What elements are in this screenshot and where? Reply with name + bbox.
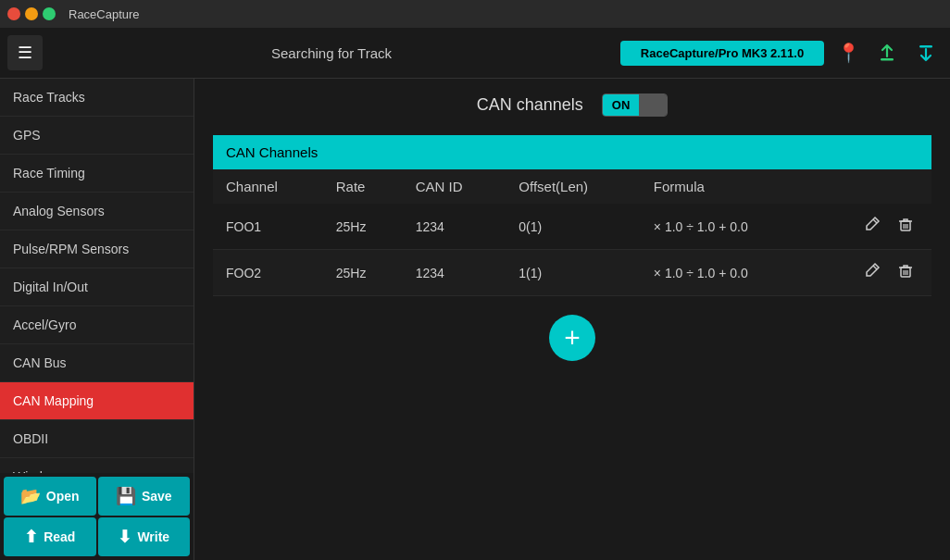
cell-canid: 1234 [403,204,506,250]
svg-rect-1 [919,45,932,48]
sidebar-nav: Race TracksGPSRace TimingAnalog SensorsP… [0,79,194,473]
table-body: FOO1 25Hz 1234 0(1) × 1.0 ÷ 1.0 + 0.0 [213,204,931,296]
download-icon [916,43,936,63]
hamburger-button[interactable]: ☰ [7,35,43,70]
can-channels-header: CAN channels ON [213,93,931,117]
edit-icon [863,261,881,280]
sidebar-item-race-timing[interactable]: Race Timing [0,155,194,193]
plus-icon: + [564,324,581,352]
sidebar-item-obdii[interactable]: OBDII [0,420,194,458]
cell-rate: 25Hz [323,204,403,250]
title-bar: RaceCapture [0,0,950,28]
add-button-container: + [213,315,931,361]
minimize-button[interactable] [25,7,38,20]
close-button[interactable] [7,7,20,20]
can-channels-title: CAN channels [477,95,583,115]
col-formula: Formula [641,169,811,204]
col-rate: Rate [323,169,403,204]
cell-canid: 1234 [403,250,506,296]
edit-icon [863,215,881,233]
cell-offset: 0(1) [506,204,641,250]
app-title: RaceCapture [69,7,140,21]
write-icon: ⬇ [118,527,131,547]
toggle-switch[interactable]: ON [602,93,669,117]
write-label: Write [137,529,169,544]
open-label: Open [46,489,80,504]
sidebar-item-digital-inout[interactable]: Digital In/Out [0,268,194,306]
col-canid: CAN ID [403,169,506,204]
sidebar-item-can-mapping[interactable]: CAN Mapping [0,382,194,420]
search-status: Searching for Track [50,45,613,61]
sidebar-item-wireless[interactable]: Wireless [0,458,194,473]
add-channel-button[interactable]: + [549,315,595,361]
hamburger-icon: ☰ [18,43,32,63]
download-icon-button[interactable] [909,36,943,69]
location-icon: 📍 [837,42,860,64]
save-label: Save [142,489,172,504]
table-header: CAN Channels Channel Rate CAN ID Offset(… [213,135,931,204]
col-actions [811,169,931,204]
cell-actions [811,250,931,296]
delete-button[interactable] [893,213,919,240]
open-button[interactable]: 📂 Open [4,477,96,516]
can-channels-table: CAN Channels Channel Rate CAN ID Offset(… [213,135,931,296]
write-button[interactable]: ⬇ Write [98,517,191,556]
edit-button[interactable] [859,213,885,240]
read-button[interactable]: ⬆ Read [4,517,96,556]
open-icon: 📂 [20,486,41,506]
sidebar-item-race-tracks[interactable]: Race Tracks [0,79,194,117]
cell-formula: × 1.0 ÷ 1.0 + 0.0 [641,204,811,250]
save-icon: 💾 [116,486,136,506]
read-icon: ⬆ [24,527,38,547]
col-offset: Offset(Len) [506,169,641,204]
table-row: FOO1 25Hz 1234 0(1) × 1.0 ÷ 1.0 + 0.0 [213,204,931,250]
trash-icon [896,215,915,233]
cell-formula: × 1.0 ÷ 1.0 + 0.0 [641,250,811,296]
sidebar: Race TracksGPSRace TimingAnalog SensorsP… [0,79,194,560]
cell-actions [811,204,931,250]
top-icons: 📍 [831,36,943,69]
table-title: CAN Channels [213,135,931,169]
sidebar-actions: 📂 Open 💾 Save ⬆ Read ⬇ Write [0,473,194,560]
cell-rate: 25Hz [323,250,403,296]
upload-icon [877,43,897,63]
table-row: FOO2 25Hz 1234 1(1) × 1.0 ÷ 1.0 + 0.0 [213,250,931,296]
cell-channel: FOO1 [213,204,323,250]
edit-button[interactable] [859,259,885,286]
app-layout: ☰ Searching for Track RaceCapture/Pro MK… [0,28,950,560]
device-button[interactable]: RaceCapture/Pro MK3 2.11.0 [620,41,824,66]
sidebar-item-analog-sensors[interactable]: Analog Sensors [0,193,194,230]
sidebar-item-gps[interactable]: GPS [0,117,194,155]
location-icon-button[interactable]: 📍 [831,36,865,69]
trash-icon [896,261,915,280]
cell-offset: 1(1) [506,250,641,296]
sidebar-item-pulse-rpm[interactable]: Pulse/RPM Sensors [0,230,194,268]
sidebar-item-can-bus[interactable]: CAN Bus [0,344,194,382]
upload-icon-button[interactable] [870,36,904,69]
can-toggle[interactable]: ON [602,93,669,117]
toggle-on-label[interactable]: ON [603,94,640,116]
sidebar-item-accel-gyro[interactable]: Accel/Gyro [0,306,194,344]
main-panel: CAN channels ON CAN Channels Channel [194,79,950,560]
col-channel: Channel [213,169,323,204]
save-button[interactable]: 💾 Save [98,477,191,516]
maximize-button[interactable] [43,7,56,20]
content-area: Race TracksGPSRace TimingAnalog SensorsP… [0,79,950,560]
svg-rect-0 [881,58,894,61]
delete-button[interactable] [893,259,919,286]
top-bar: ☰ Searching for Track RaceCapture/Pro MK… [0,28,950,79]
window-controls[interactable] [7,7,56,20]
cell-channel: FOO2 [213,250,323,296]
toggle-off-area[interactable] [639,94,667,116]
read-label: Read [44,529,75,544]
